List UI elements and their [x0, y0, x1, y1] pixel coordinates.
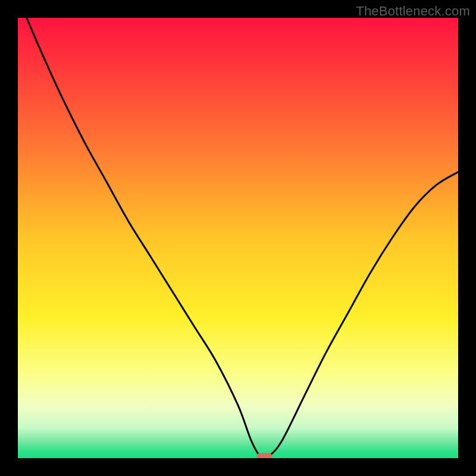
optimal-marker	[256, 453, 272, 458]
plot-area	[18, 18, 458, 458]
chart-svg	[18, 18, 458, 458]
chart-frame: TheBottleneck.com	[0, 0, 476, 476]
watermark-label: TheBottleneck.com	[356, 4, 470, 19]
